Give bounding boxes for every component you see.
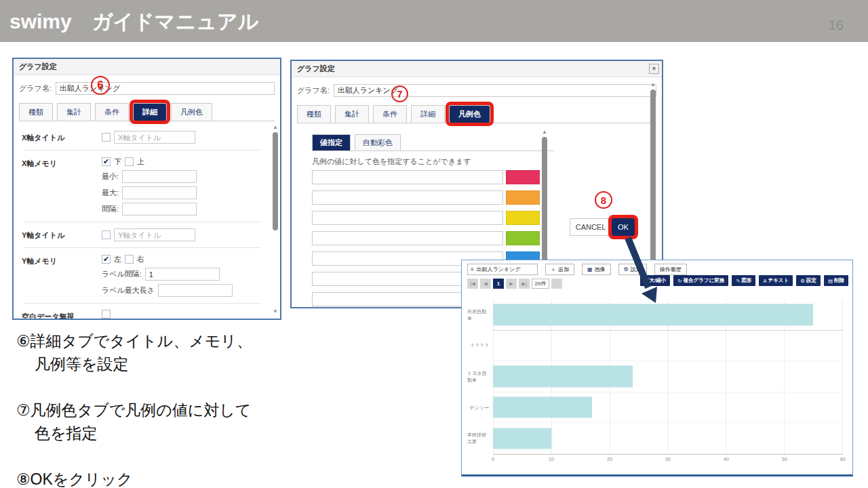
plot-area [493,300,843,454]
y-scale-left-checkbox[interactable]: ✔ [102,255,111,264]
trash-icon: ▤ [828,278,833,284]
x-axis-tick-label: 30 [665,457,671,462]
annotation-line: ⑥詳細タブでタイトル、メモリ、 [16,329,252,352]
add-button[interactable]: ＋ 追加 [545,264,574,275]
scroll-up-icon[interactable]: ▲ [272,124,279,130]
legend-value-input[interactable] [312,190,503,205]
x-interval-input[interactable] [122,203,197,216]
text-button[interactable]: Aテキスト [759,275,793,286]
prev-page-button[interactable]: ◀ [480,279,491,289]
legend-color-row [312,190,540,205]
chart-settings-button[interactable]: ⚙設定 [796,275,821,286]
chart-bar[interactable] [493,304,813,325]
scroll-up-icon[interactable]: ▲ [541,129,548,135]
x-max-input[interactable] [122,186,197,199]
convert-combo-graph-button[interactable]: ↻複合グラフに変換 [673,275,728,286]
tab-hanreishoku[interactable]: 凡例色 [449,105,490,123]
step-marker-8: 8 [595,191,612,209]
tab-joken[interactable]: 条件 [373,105,407,123]
legend-value-input[interactable] [312,211,503,225]
x-axis-tick-label: 50 [782,457,787,462]
gear-icon: ⚙ [624,266,629,272]
tab-joken[interactable]: 条件 [95,103,129,121]
zoom-button[interactable]: 拡大/縮小 [640,275,670,286]
color-swatch[interactable] [506,170,540,184]
ok-button[interactable]: OK [612,218,635,236]
y-axis-title-input[interactable] [114,228,195,241]
history-button[interactable]: 操作履歴 [654,264,687,275]
color-swatch[interactable] [506,190,540,205]
dialog-titlebar: グラフ設定 × [292,61,662,77]
label-max-length-input[interactable] [158,284,233,297]
dialog-tabs: 種類 集計 条件 詳細 凡例色 [19,103,275,121]
subtab-auto-color[interactable]: 自動彩色 [355,134,401,150]
legend-description: 凡例の値に対して色を指定することができます [312,157,471,167]
scroll-up-icon[interactable]: ▲ [649,81,657,87]
tab-shurui[interactable]: 種類 [297,105,331,123]
close-icon[interactable]: × [649,64,659,74]
y-scale-right-checkbox[interactable] [125,255,134,264]
y-axis-title-checkbox[interactable] [102,230,111,239]
cancel-button[interactable]: CANCEL [570,218,612,236]
shape-button[interactable]: ✎図形 [732,275,755,286]
settings-button[interactable]: ⚙ 設定 [618,264,647,275]
ignore-blank-checkbox[interactable] [102,310,111,319]
graph-name-input[interactable] [334,84,656,97]
color-swatch[interactable] [506,231,540,245]
x-axis-title-checkbox[interactable] [102,133,111,142]
image-button[interactable]: ▦ 画像 [582,264,611,275]
x-min-input[interactable] [122,170,197,183]
scrollbar-thumb[interactable] [650,89,656,268]
x-axis-scale-label: X軸メモリ [22,157,102,216]
tab-shosai[interactable]: 詳細 [411,105,445,123]
graph-select-value: 出願人ランキング [477,266,521,273]
tab-shukei[interactable]: 集計 [57,103,91,121]
label-interval-input[interactable] [145,268,220,281]
chart-bar[interactable] [493,366,633,387]
y-axis-title-label: Y軸タイトル [22,228,102,241]
text-icon: A [763,278,766,284]
tab-hanreishoku[interactable]: 凡例色 [171,103,212,121]
current-page-button[interactable]: 1 [493,279,504,289]
image-label: 画像 [595,266,606,273]
subtab-value-specify[interactable]: 値指定 [312,134,351,150]
action-label: 複合グラフに変換 [683,277,724,284]
scroll-down-icon[interactable]: ▼ [272,308,279,314]
delete-button[interactable]: ▤削除 [824,275,848,286]
chart-bar[interactable] [493,396,592,418]
color-swatch[interactable] [506,211,540,225]
action-label: 拡大/縮小 [644,277,666,284]
scrollbar-thumb[interactable] [273,132,278,230]
x-axis-ticks: 0102030405060 [493,454,843,465]
left-dialog-scrollbar[interactable]: ▲ ▼ [272,124,279,314]
graph-select[interactable]: ≡ 出願人ランキング [467,264,538,275]
annotation-line: ⑦凡例色タブで凡例の値に対して [16,399,252,422]
last-page-button[interactable]: ▶| [519,279,530,289]
x-scale-top-checkbox[interactable] [125,157,134,166]
x-scale-bottom-checkbox[interactable]: ✔ [102,157,111,166]
hamburger-icon: ≡ [471,266,474,272]
tab-shosai[interactable]: 詳細 [133,103,167,121]
collapse-button[interactable]: - [551,279,562,289]
x-axis-title-input[interactable] [114,131,195,144]
dialog-title: グラフ設定 [297,64,335,74]
chart-bar[interactable] [493,428,551,449]
tab-shurui[interactable]: 種類 [19,103,53,121]
x-axis-tick-label: 40 [724,457,729,462]
label-max-length-label: ラベル最大長さ [102,285,155,296]
next-page-button[interactable]: ▶ [506,279,517,289]
step-marker-6: 6 [91,76,110,95]
y-axis-label: デンソー [467,392,492,424]
tab-shukei[interactable]: 集計 [335,105,369,123]
legend-color-row [312,211,540,225]
first-page-button[interactable]: |◀ [467,279,478,289]
bar-chart: 日産自動車？？？？トヨタ自動車デンソー本田技研工業 0102030405060 [467,300,843,465]
legend-value-input[interactable] [312,170,503,184]
x-axis-tick-label: 20 [607,457,612,462]
step-annotations: ⑥詳細タブでタイトル、メモリ、 凡例等を設定 ⑦凡例色タブで凡例の値に対して 色… [16,329,252,488]
legend-value-input[interactable] [312,231,503,245]
graph-name-input[interactable] [56,82,275,95]
per-page-select[interactable]: 20件 [532,279,549,289]
x-scale-bottom-label: 下 [114,157,121,167]
chart-row [493,300,842,331]
